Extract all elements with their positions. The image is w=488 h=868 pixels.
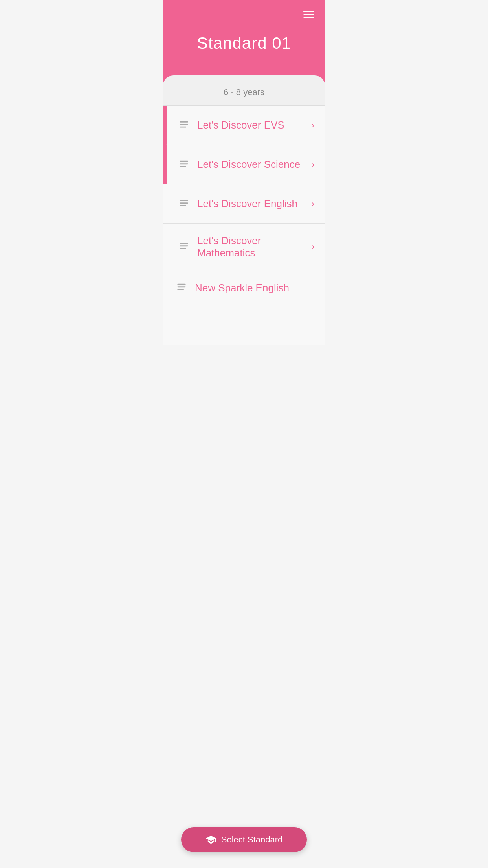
subject-item-sparkle[interactable]: New Sparkle English xyxy=(163,270,325,298)
subject-name-evs: Let's Discover EVS xyxy=(197,119,312,131)
subject-name-english: Let's Discover English xyxy=(197,198,312,210)
list-icon-2 xyxy=(178,158,189,171)
page-header: Standard 01 xyxy=(163,0,325,86)
hamburger-button[interactable] xyxy=(300,8,317,22)
svg-rect-4 xyxy=(180,163,188,164)
subject-item-mathematics[interactable]: Let's Discover Mathematics › xyxy=(163,224,325,270)
chevron-icon-2: › xyxy=(312,160,314,170)
svg-rect-13 xyxy=(178,286,186,287)
subject-item-english[interactable]: Let's Discover English › xyxy=(163,184,325,224)
svg-rect-12 xyxy=(178,284,186,285)
subject-list: Let's Discover EVS › Let's Discover Scie… xyxy=(163,106,325,345)
chevron-icon-3: › xyxy=(312,199,314,209)
svg-rect-8 xyxy=(180,205,186,206)
chevron-icon-4: › xyxy=(312,242,314,252)
list-icon-1 xyxy=(178,119,189,132)
svg-rect-1 xyxy=(180,124,188,125)
subject-name-mathematics: Let's Discover Mathematics xyxy=(197,235,312,259)
svg-rect-6 xyxy=(180,200,188,201)
subject-item-evs[interactable]: Let's Discover EVS › xyxy=(163,106,325,145)
subject-name-sparkle: New Sparkle English xyxy=(195,282,317,294)
svg-rect-11 xyxy=(180,248,186,249)
svg-rect-10 xyxy=(180,245,188,246)
svg-rect-0 xyxy=(180,121,188,122)
list-icon-3 xyxy=(178,198,189,210)
svg-rect-2 xyxy=(180,126,186,127)
subject-name-science: Let's Discover Science xyxy=(197,158,312,171)
svg-rect-3 xyxy=(180,160,188,162)
list-icon-5 xyxy=(176,281,187,294)
svg-rect-7 xyxy=(180,202,188,204)
svg-rect-14 xyxy=(178,289,184,290)
bottom-spacer xyxy=(163,298,325,345)
chevron-icon-1: › xyxy=(312,120,314,131)
subject-item-science[interactable]: Let's Discover Science › xyxy=(163,145,325,184)
content-area: 6 - 8 years Let's Discover EVS › xyxy=(163,75,325,345)
svg-rect-9 xyxy=(180,243,188,244)
age-range-text: 6 - 8 years xyxy=(163,75,325,106)
page-title: Standard 01 xyxy=(197,34,291,53)
list-icon-4 xyxy=(178,241,189,253)
svg-rect-5 xyxy=(180,166,186,167)
